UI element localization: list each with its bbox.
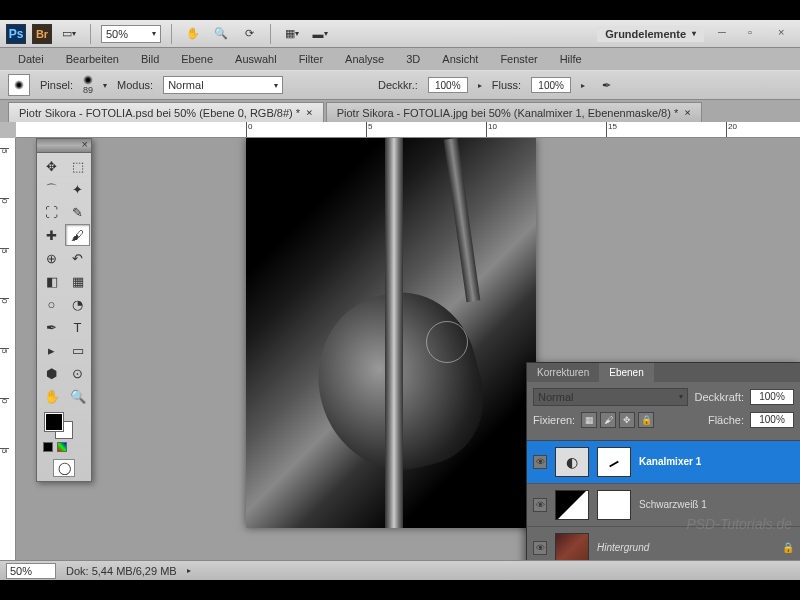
opacity-slider-toggle[interactable]: ▸ bbox=[478, 81, 482, 90]
gradient-tool[interactable]: ▦ bbox=[65, 270, 90, 292]
layer-blend-mode-select[interactable]: Normal▾ bbox=[533, 388, 688, 406]
toolbox-header[interactable] bbox=[37, 139, 91, 153]
flow-label: Fluss: bbox=[492, 79, 521, 91]
color-swatches[interactable] bbox=[37, 409, 91, 439]
stamp-tool[interactable]: ⊕ bbox=[39, 247, 64, 269]
doc-tab-1[interactable]: Piotr Sikora - FOTOLIA.jpg bei 50% (Kana… bbox=[326, 102, 702, 122]
opacity-label: Deckkr.: bbox=[378, 79, 418, 91]
menu-analyse[interactable]: Analyse bbox=[335, 51, 394, 67]
visibility-toggle-icon[interactable]: 👁 bbox=[533, 498, 547, 512]
status-zoom-input[interactable] bbox=[6, 563, 56, 579]
zoom-tool[interactable]: 🔍 bbox=[65, 385, 90, 407]
doc-info-menu[interactable]: ▸ bbox=[187, 566, 191, 575]
mask-thumb-icon[interactable] bbox=[597, 490, 631, 520]
menu-hilfe[interactable]: Hilfe bbox=[550, 51, 592, 67]
view-extras-button[interactable]: ▭▾ bbox=[58, 23, 80, 45]
lock-transparent-icon[interactable]: ▦ bbox=[581, 412, 597, 428]
options-bar: Pinsel: 89 ▾ Modus: Normal▾ Deckkr.: ▸ F… bbox=[0, 70, 800, 100]
tool-preset-icon[interactable] bbox=[8, 74, 30, 96]
eraser-tool[interactable]: ◧ bbox=[39, 270, 64, 292]
lasso-tool[interactable]: ⌒ bbox=[39, 178, 64, 200]
screen-mode-button[interactable]: ▬▾ bbox=[309, 23, 331, 45]
doc-tab-0[interactable]: Piotr Sikora - FOTOLIA.psd bei 50% (Eben… bbox=[8, 102, 324, 122]
canvas[interactable] bbox=[246, 138, 536, 528]
visibility-toggle-icon[interactable]: 👁 bbox=[533, 455, 547, 469]
menu-filter[interactable]: Filter bbox=[289, 51, 333, 67]
photoshop-icon[interactable]: Ps bbox=[6, 24, 26, 44]
tab-ebenen[interactable]: Ebenen bbox=[599, 363, 653, 382]
workspace: 5 0 5 0 5 0 5 ✥ ⬚ ⌒ ✦ bbox=[0, 138, 800, 560]
mask-thumb-icon[interactable] bbox=[597, 447, 631, 477]
adjustment-thumb-icon[interactable]: ◐ bbox=[555, 447, 589, 477]
path-select-tool[interactable]: ▸ bbox=[39, 339, 64, 361]
flow-input[interactable] bbox=[531, 77, 571, 93]
type-tool[interactable]: T bbox=[65, 316, 90, 338]
layer-name[interactable]: Schwarzweiß 1 bbox=[639, 499, 707, 510]
zoom-tool-button[interactable]: 🔍 bbox=[210, 23, 232, 45]
wand-tool[interactable]: ✦ bbox=[65, 178, 90, 200]
workspace-select[interactable]: Grundelemente▾ bbox=[597, 26, 704, 42]
menu-3d[interactable]: 3D bbox=[396, 51, 430, 67]
flow-slider-toggle[interactable]: ▸ bbox=[581, 81, 585, 90]
blend-mode-select[interactable]: Normal▾ bbox=[163, 76, 283, 94]
arrange-docs-button[interactable]: ▦▾ bbox=[281, 23, 303, 45]
default-colors-icon[interactable] bbox=[43, 442, 53, 452]
opacity-input[interactable] bbox=[428, 77, 468, 93]
brush-preview-icon[interactable] bbox=[83, 75, 93, 85]
menu-ansicht[interactable]: Ansicht bbox=[432, 51, 488, 67]
tab-close-icon[interactable]: × bbox=[306, 106, 313, 119]
menu-auswahl[interactable]: Auswahl bbox=[225, 51, 287, 67]
lock-position-icon[interactable]: ✥ bbox=[619, 412, 635, 428]
menubar: Datei Bearbeiten Bild Ebene Auswahl Filt… bbox=[0, 48, 800, 70]
menu-bearbeiten[interactable]: Bearbeiten bbox=[56, 51, 129, 67]
lock-label: Fixieren: bbox=[533, 414, 575, 426]
history-brush-tool[interactable]: ↶ bbox=[65, 247, 90, 269]
canvas-area[interactable]: ✥ ⬚ ⌒ ✦ ⛶ ✎ ✚ 🖌 ⊕ ↶ ◧ ▦ ○ ◔ ✒ T ▸ bbox=[16, 138, 800, 560]
layer-opacity-input[interactable] bbox=[750, 389, 794, 405]
maximize-button[interactable]: ▫ bbox=[748, 26, 764, 42]
layer-name[interactable]: Hintergrund bbox=[597, 542, 649, 553]
lock-pixels-icon[interactable]: 🖌 bbox=[600, 412, 616, 428]
rotate-view-button[interactable]: ⟳ bbox=[238, 23, 260, 45]
hand-tool-button[interactable]: ✋ bbox=[182, 23, 204, 45]
menu-bild[interactable]: Bild bbox=[131, 51, 169, 67]
dodge-tool[interactable]: ◔ bbox=[65, 293, 90, 315]
marquee-tool[interactable]: ⬚ bbox=[65, 155, 90, 177]
ruler-horizontal[interactable]: 0 5 10 15 20 bbox=[16, 122, 800, 138]
swap-colors-icon[interactable] bbox=[57, 442, 67, 452]
bridge-icon[interactable]: Br bbox=[32, 24, 52, 44]
layer-kanalmixer[interactable]: 👁 ◐ Kanalmixer 1 bbox=[527, 441, 800, 484]
layer-fill-input[interactable] bbox=[750, 412, 794, 428]
layer-name[interactable]: Kanalmixer 1 bbox=[639, 456, 701, 467]
menu-datei[interactable]: Datei bbox=[8, 51, 54, 67]
watermark: PSD-Tutorials.de bbox=[686, 516, 792, 532]
3d-tool[interactable]: ⬢ bbox=[39, 362, 64, 384]
airbrush-button[interactable]: ✒ bbox=[595, 74, 617, 96]
tab-close-icon[interactable]: × bbox=[684, 106, 691, 119]
blur-tool[interactable]: ○ bbox=[39, 293, 64, 315]
adjustment-thumb-icon[interactable] bbox=[555, 490, 589, 520]
ruler-vertical[interactable]: 5 0 5 0 5 0 5 bbox=[0, 138, 16, 560]
move-tool[interactable]: ✥ bbox=[39, 155, 64, 177]
heal-tool[interactable]: ✚ bbox=[39, 224, 64, 246]
tab-korrekturen[interactable]: Korrekturen bbox=[527, 363, 599, 382]
zoom-level-select[interactable]: 50%▾ bbox=[101, 25, 161, 43]
visibility-toggle-icon[interactable]: 👁 bbox=[533, 541, 547, 555]
3d-camera-tool[interactable]: ⊙ bbox=[65, 362, 90, 384]
hand-tool[interactable]: ✋ bbox=[39, 385, 64, 407]
brush-tool[interactable]: 🖌 bbox=[65, 224, 90, 246]
close-button[interactable]: × bbox=[778, 26, 794, 42]
menu-fenster[interactable]: Fenster bbox=[490, 51, 547, 67]
foreground-color[interactable] bbox=[45, 413, 63, 431]
document-tabs: Piotr Sikora - FOTOLIA.psd bei 50% (Eben… bbox=[0, 100, 800, 122]
quickmask-button[interactable]: ◯ bbox=[53, 459, 75, 477]
minimize-button[interactable]: ─ bbox=[718, 26, 734, 42]
pen-tool[interactable]: ✒ bbox=[39, 316, 64, 338]
brush-picker-dropdown[interactable]: ▾ bbox=[103, 81, 107, 90]
layer-thumb-icon[interactable] bbox=[555, 533, 589, 560]
lock-all-icon[interactable]: 🔒 bbox=[638, 412, 654, 428]
shape-tool[interactable]: ▭ bbox=[65, 339, 90, 361]
crop-tool[interactable]: ⛶ bbox=[39, 201, 64, 223]
eyedropper-tool[interactable]: ✎ bbox=[65, 201, 90, 223]
menu-ebene[interactable]: Ebene bbox=[171, 51, 223, 67]
